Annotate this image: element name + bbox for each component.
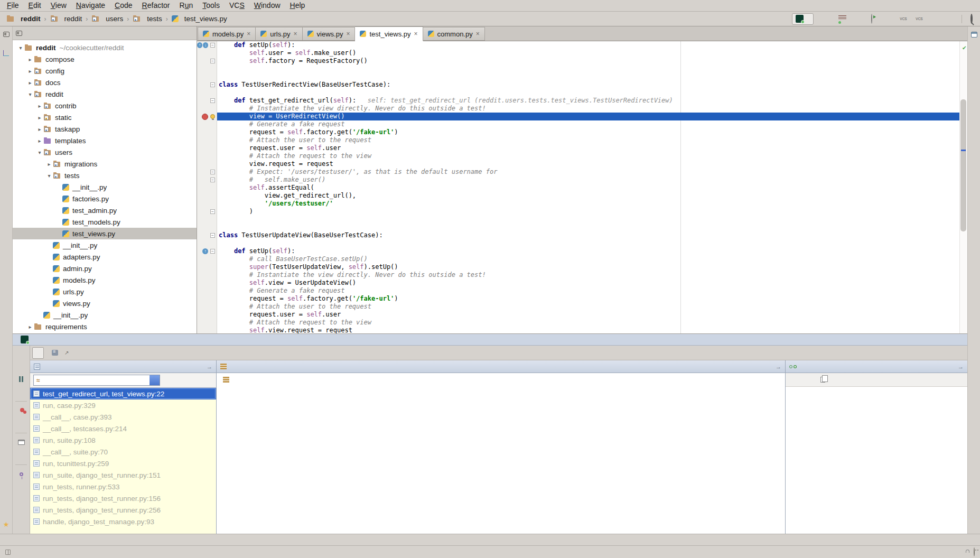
sidebar-item-favorites[interactable]: ★ bbox=[3, 513, 10, 534]
gutter-fold[interactable] bbox=[209, 144, 217, 152]
stop-icon[interactable] bbox=[17, 388, 25, 396]
float-panel-icon[interactable]: → bbox=[958, 364, 964, 370]
close-tab-icon[interactable]: × bbox=[476, 30, 480, 38]
tree-item-__init__.py[interactable]: __init__.py bbox=[13, 239, 197, 251]
tree-item-static[interactable]: ▸static bbox=[13, 111, 197, 123]
gutter-fold[interactable] bbox=[209, 255, 217, 263]
gutter-marks[interactable] bbox=[197, 113, 209, 120]
tree-item-admin.py[interactable]: admin.py bbox=[13, 263, 197, 274]
gutter-fold[interactable] bbox=[209, 279, 217, 287]
gutter-marks[interactable] bbox=[197, 184, 209, 192]
editor-scrollbar[interactable]: ✔ bbox=[959, 41, 967, 333]
gutter-fold[interactable]: − bbox=[209, 176, 217, 184]
gutter-marks[interactable] bbox=[197, 168, 209, 176]
gutter-fold[interactable]: − bbox=[209, 41, 217, 49]
frame-row[interactable]: test_get_redirect_url, test_views.py:22 bbox=[30, 388, 216, 399]
tree-item-taskapp[interactable]: ▸taskapp bbox=[13, 123, 197, 135]
gutter-fold[interactable] bbox=[209, 192, 217, 200]
gutter-fold[interactable] bbox=[209, 152, 217, 160]
frame-row[interactable]: run_tests, runner.py:533 bbox=[30, 481, 216, 492]
gutter-fold[interactable] bbox=[209, 113, 217, 120]
tree-item-tests[interactable]: ▾tests bbox=[13, 170, 197, 181]
code-line[interactable]: view = UserRedirectView() bbox=[197, 113, 967, 120]
run-configuration-select[interactable] bbox=[792, 13, 814, 25]
breadcrumb-item[interactable]: users bbox=[89, 14, 125, 23]
frame-row[interactable]: run_tests, django_test_runner.py:156 bbox=[30, 492, 216, 504]
tree-item-reddit[interactable]: ▾reddit bbox=[13, 88, 197, 100]
profiler-button[interactable] bbox=[866, 15, 877, 23]
gutter-fold[interactable]: − bbox=[209, 208, 217, 216]
fold-end-icon[interactable]: − bbox=[210, 178, 215, 182]
gutter-marks[interactable] bbox=[197, 65, 209, 73]
pin-icon[interactable] bbox=[17, 470, 25, 478]
frame-row[interactable]: __call__, testcases.py:214 bbox=[30, 423, 216, 434]
override-up-icon[interactable]: ↑ bbox=[197, 42, 202, 48]
breadcrumb-item[interactable]: test_views.py bbox=[170, 14, 229, 23]
gutter-marks[interactable] bbox=[197, 231, 209, 239]
tab-console[interactable]: ↗ bbox=[46, 347, 74, 359]
vcs-commit-button[interactable]: VCS bbox=[914, 17, 925, 21]
fold-collapse-icon[interactable]: − bbox=[210, 249, 215, 254]
breadcrumb-item[interactable]: reddit bbox=[48, 14, 85, 23]
gutter-fold[interactable] bbox=[209, 200, 217, 208]
tree-item-__init__.py[interactable]: __init__.py bbox=[13, 181, 197, 193]
tree-item-models.py[interactable]: models.py bbox=[13, 274, 197, 286]
gutter-fold[interactable] bbox=[209, 105, 217, 113]
tree-item-__init__.py[interactable]: __init__.py bbox=[13, 309, 197, 321]
fold-collapse-icon[interactable]: − bbox=[210, 82, 215, 87]
variable-row[interactable] bbox=[217, 373, 785, 386]
float-panel-icon[interactable]: → bbox=[207, 364, 212, 370]
tree-item-docs[interactable]: ▸docs bbox=[13, 77, 197, 88]
gutter-fold[interactable] bbox=[209, 239, 217, 247]
gutter-fold[interactable] bbox=[209, 319, 217, 327]
gutter-fold[interactable] bbox=[209, 271, 217, 279]
frame-row[interactable]: run_tests, django_test_runner.py:256 bbox=[30, 504, 216, 516]
gutter-fold[interactable]: − bbox=[209, 168, 217, 176]
frame-row[interactable]: __call__, case.py:393 bbox=[30, 411, 216, 423]
menu-navigate[interactable]: Navigate bbox=[71, 0, 110, 11]
gutter-marks[interactable] bbox=[197, 255, 209, 263]
rerun-icon[interactable] bbox=[17, 348, 25, 357]
tree-item-urls.py[interactable]: urls.py bbox=[13, 286, 197, 297]
highlighting-level-icon[interactable] bbox=[974, 548, 975, 556]
gutter-marks[interactable] bbox=[197, 152, 209, 160]
gutter-fold[interactable] bbox=[209, 128, 217, 136]
gutter-fold[interactable] bbox=[209, 224, 217, 231]
close-tab-icon[interactable]: × bbox=[414, 30, 418, 38]
gutter-marks[interactable]: ↑ bbox=[197, 247, 209, 255]
sidebar-item-structure[interactable] bbox=[3, 45, 9, 64]
menu-code[interactable]: Code bbox=[110, 0, 137, 11]
gutter-marks[interactable] bbox=[197, 303, 209, 311]
gutter-fold[interactable] bbox=[209, 263, 217, 271]
gutter-marks[interactable] bbox=[197, 239, 209, 247]
search-everywhere-button[interactable] bbox=[967, 15, 976, 23]
gutter-fold[interactable]: − bbox=[209, 247, 217, 255]
fold-collapse-icon[interactable]: − bbox=[210, 233, 215, 238]
gutter-marks[interactable] bbox=[197, 128, 209, 136]
gutter-fold[interactable] bbox=[209, 327, 217, 333]
gutter-marks[interactable] bbox=[197, 160, 209, 168]
gutter-fold[interactable] bbox=[209, 160, 217, 168]
gutter-marks[interactable] bbox=[197, 176, 209, 184]
menu-edit[interactable]: Edit bbox=[24, 0, 46, 11]
debug-button[interactable] bbox=[835, 15, 845, 23]
scrollbar-thumb[interactable] bbox=[960, 99, 966, 231]
gutter-marks[interactable] bbox=[197, 89, 209, 97]
tree-item-contrib[interactable]: ▸contrib bbox=[13, 100, 197, 111]
gutter-fold[interactable] bbox=[209, 303, 217, 311]
tree-item-test_models.py[interactable]: test_models.py bbox=[13, 216, 197, 228]
sidebar-item-project[interactable] bbox=[3, 26, 10, 45]
copy-icon[interactable] bbox=[820, 377, 825, 383]
menu-refactor[interactable]: Refactor bbox=[137, 0, 175, 11]
menu-vcs[interactable]: VCS bbox=[225, 0, 249, 11]
gutter-marks[interactable] bbox=[197, 200, 209, 208]
gutter-marks[interactable] bbox=[197, 97, 209, 105]
gutter-fold[interactable] bbox=[209, 184, 217, 192]
gutter-marks[interactable] bbox=[197, 279, 209, 287]
gutter-marks[interactable] bbox=[197, 192, 209, 200]
gutter-fold[interactable]: − bbox=[209, 81, 217, 89]
editor-tab-common.py[interactable]: common.py× bbox=[423, 27, 485, 41]
gutter-marks[interactable] bbox=[197, 224, 209, 231]
gutter-marks[interactable] bbox=[197, 271, 209, 279]
tree-item-factories.py[interactable]: factories.py bbox=[13, 193, 197, 204]
